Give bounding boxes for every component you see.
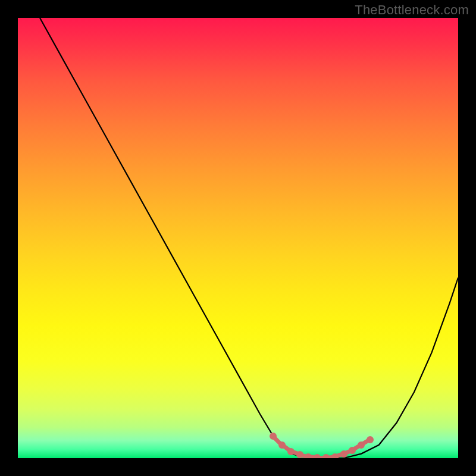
plot-area [18,18,458,458]
watermark-text: TheBottleneck.com [355,2,469,18]
optimal-range-marker [367,436,374,443]
bottleneck-curve [18,18,458,458]
